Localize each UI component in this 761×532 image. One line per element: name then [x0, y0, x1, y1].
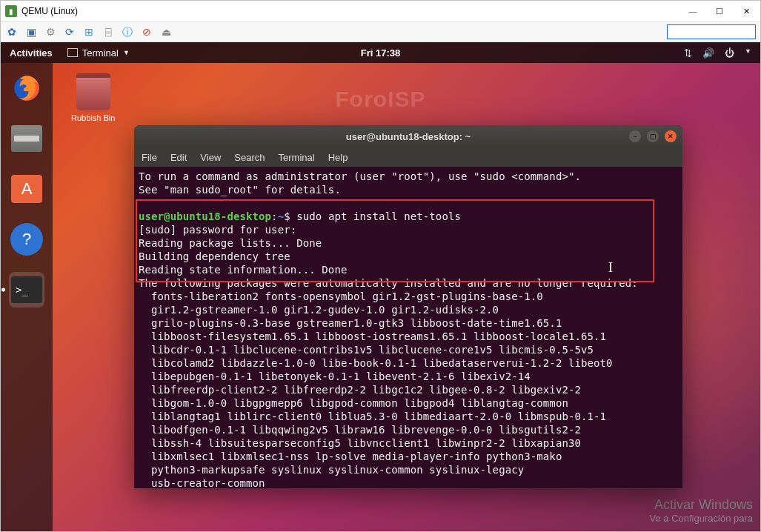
firefox-icon — [12, 73, 41, 103]
dock-firefox[interactable] — [9, 70, 44, 106]
terminal-line: libboost-filesystem1.65.1 libboost-iostr… — [139, 330, 606, 342]
chevron-down-icon: ▼ — [123, 49, 130, 56]
trash-label: Rubbish Bin — [71, 113, 115, 122]
maximize-button[interactable]: ☐ — [713, 7, 726, 16]
terminal-line: libgom-1.0-0 libgpgmepp6 libgpod-common … — [139, 397, 568, 409]
qemu-icon: ▮ — [5, 5, 17, 17]
terminal-close[interactable]: ✕ — [665, 130, 677, 142]
prompt-dollar: $ — [284, 210, 290, 222]
dock-terminal[interactable]: >_ — [9, 272, 44, 307]
prompt-sep: : — [271, 210, 278, 222]
power-icon[interactable]: ⏻ — [725, 47, 734, 59]
menu-terminal[interactable]: Terminal — [279, 152, 315, 163]
terminal-line: liblangtag1 liblirc-client0 liblua5.3-0 … — [139, 410, 606, 422]
activation-heading: Activar Windows — [650, 497, 753, 513]
refresh-icon[interactable]: ⟳ — [63, 27, 76, 37]
terminal-maximize[interactable]: ▢ — [647, 130, 659, 142]
text-cursor-icon: I — [608, 260, 613, 276]
qemu-search-input[interactable] — [667, 24, 756, 39]
terminal-line: libodfgen-0.1-1 libqqwing2v5 libraw16 li… — [139, 424, 581, 436]
terminal-line: libcolamd2 libdazzle-1.0-0 libe-book-0.1… — [139, 357, 613, 369]
dock-software[interactable]: A — [9, 171, 44, 207]
eject-icon[interactable]: ⏏ — [159, 27, 173, 37]
app-indicator[interactable]: Terminal ▼ — [62, 47, 136, 59]
terminal-line: libcdr-0.1-1 libclucene-contribs1v5 libc… — [139, 344, 594, 356]
chevron-down-icon: ▼ — [745, 47, 751, 59]
qemu-toolbar: ✿ ▣ ⚙ ⟳ ⊞ ⌸ ⓘ ⊘ ⏏ — [1, 21, 760, 42]
menu-edit[interactable]: Edit — [170, 152, 187, 163]
terminal-icon — [67, 48, 78, 57]
qemu-title-text: QEMU (Linux) — [21, 6, 78, 16]
app-indicator-label: Terminal — [82, 47, 119, 59]
windows-icon[interactable]: ⊞ — [82, 27, 96, 37]
stop-icon[interactable]: ⊘ — [140, 27, 153, 37]
window-controls: — ☐ ✕ — [686, 7, 756, 16]
command-text: sudo apt install net-tools — [296, 210, 461, 222]
terminal-output[interactable]: To run a command as administrator (user … — [134, 167, 682, 488]
menu-search[interactable]: Search — [234, 152, 265, 163]
close-button[interactable]: ✕ — [740, 7, 753, 16]
dock: A ? >_ — [1, 63, 53, 531]
terminal-line: usb-creator-common — [139, 477, 265, 488]
terminal-line: See "man sudo_root" for details. — [139, 184, 341, 196]
terminal-title-text: user@ubuntu18-desktop: ~ — [346, 131, 471, 142]
terminal-line: fonts-liberation2 fonts-opensymbol gir1.… — [139, 290, 543, 302]
gnome-top-bar: Activities Terminal ▼ Fri 17:38 ⇅ 🔊 ⏻ ▼ — [1, 42, 760, 63]
info-icon[interactable]: ⓘ — [121, 27, 134, 37]
terminal-line: libxmlsec1 libxmlsec1-nss lp-solve media… — [139, 450, 562, 462]
terminal-menubar: File Edit View Search Terminal Help — [134, 147, 682, 167]
prompt-user: user@ubuntu18-desktop — [139, 210, 271, 222]
terminal-line: Building dependency tree — [139, 250, 290, 262]
terminal-line: libepubgen-0.1-1 libetonyek-0.1-1 libeve… — [139, 370, 531, 382]
minimize-button[interactable]: — — [686, 7, 699, 16]
terminal-line: gir1.2-gstreamer-1.0 gir1.2-gudev-1.0 gi… — [139, 304, 499, 316]
monitor-icon[interactable]: ▣ — [24, 27, 38, 37]
activities-button[interactable]: Activities — [1, 47, 62, 59]
prompt-path: ~ — [278, 210, 285, 222]
vm-screen: Activities Terminal ▼ Fri 17:38 ⇅ 🔊 ⏻ ▼ — [1, 42, 760, 531]
dock-files[interactable] — [9, 121, 44, 156]
menu-help[interactable]: Help — [328, 152, 348, 163]
gear-icon[interactable]: ✿ — [5, 27, 19, 37]
terminal-line: libfreerdp-client2-2 libfreerdp2-2 libgc… — [139, 384, 581, 396]
terminal-window[interactable]: user@ubuntu18-desktop: ~ – ▢ ✕ File Edit… — [134, 125, 682, 488]
dock-help[interactable]: ? — [9, 222, 44, 257]
system-tray[interactable]: ⇅ 🔊 ⏻ ▼ — [684, 47, 760, 59]
settings-icon[interactable]: ⚙ — [44, 27, 57, 37]
terminal-titlebar[interactable]: user@ubuntu18-desktop: ~ – ▢ ✕ — [134, 125, 682, 147]
windows-activation-watermark: Activar Windows Ve a Configuración para — [650, 497, 753, 524]
help-icon: ? — [10, 223, 43, 256]
qemu-window: ▮ QEMU (Linux) — ☐ ✕ ✿ ▣ ⚙ ⟳ ⊞ ⌸ ⓘ ⊘ ⏏ A… — [0, 0, 761, 532]
terminal-line: Reading state information... Done — [139, 264, 347, 276]
terminal-line: The following packages were automaticall… — [139, 277, 638, 289]
network-icon[interactable]: ⇅ — [684, 47, 692, 59]
terminal-icon: >_ — [11, 276, 42, 303]
trash-icon — [76, 73, 110, 110]
files-icon — [11, 125, 42, 152]
clock[interactable]: Fri 17:38 — [361, 47, 400, 59]
terminal-line: grilo-plugins-0.3-base gstreamer1.0-gtk3… — [139, 317, 562, 329]
trash-desktop-icon[interactable]: Rubbish Bin — [71, 73, 115, 122]
terminal-line: [sudo] password for user: — [139, 224, 296, 236]
terminal-line: libssh-4 libsuitesparseconfig5 libvnccli… — [139, 437, 581, 449]
sound-icon[interactable]: 🔊 — [702, 47, 714, 59]
activation-sub: Ve a Configuración para — [650, 513, 753, 524]
terminal-line: To run a command as administrator (user … — [139, 170, 581, 182]
software-icon: A — [11, 175, 42, 203]
watermark-text: ForoISP — [335, 87, 425, 112]
terminal-line: python3-markupsafe syslinux syslinux-com… — [139, 464, 524, 476]
terminal-window-controls: – ▢ ✕ — [629, 130, 677, 142]
terminal-line: Reading package lists... Done — [139, 237, 322, 249]
qemu-titlebar[interactable]: ▮ QEMU (Linux) — ☐ ✕ — [1, 1, 760, 21]
disk-icon[interactable]: ⌸ — [102, 27, 115, 37]
terminal-minimize[interactable]: – — [629, 130, 641, 142]
menu-file[interactable]: File — [142, 152, 157, 163]
menu-view[interactable]: View — [200, 152, 221, 163]
